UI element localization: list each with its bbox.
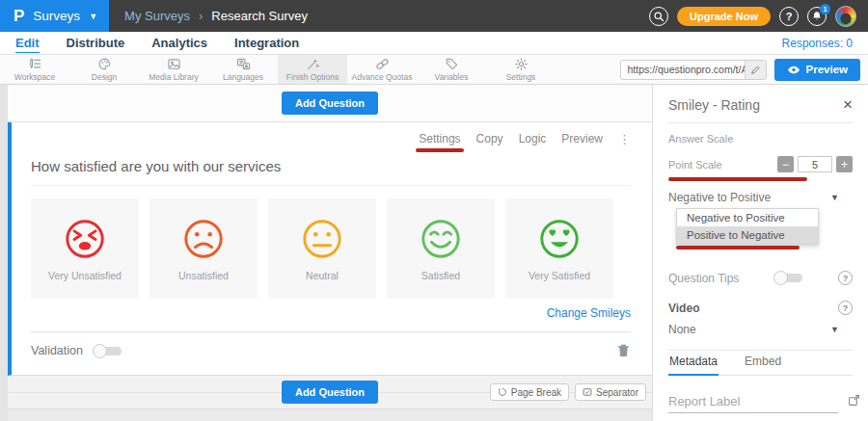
toolbar-item-media-library[interactable]: Media Library [139,55,208,84]
edit-url-button[interactable] [745,61,766,79]
toolbar-item-design[interactable]: Design [69,55,139,84]
toolbar-right: https://questionpro.com/t/A Preview [620,55,868,84]
question-overflow-menu-icon[interactable]: ⋮ [618,133,631,145]
smiley-label: Unsatisfied [178,270,229,281]
survey-url-field[interactable]: https://questionpro.com/t/A [620,60,767,80]
question-settings-panel: Smiley - Rating × Answer Scale Point Sca… [652,85,868,421]
question-tab-settings[interactable]: Settings [419,132,460,145]
topbar-actions: Upgrade Now ? 1 [649,6,868,27]
notifications-button[interactable]: 1 [807,7,827,26]
direction-select[interactable]: Negative to Positive ▼ [668,191,853,204]
workspace-icon [28,57,42,71]
search-button[interactable] [649,7,668,26]
decrement-button[interactable]: − [777,156,794,172]
smiley-option-unsatisfied[interactable]: Unsatisfied [149,198,258,299]
image-icon [167,57,181,71]
point-scale-stepper: − 5 + [777,156,853,172]
satisfied-smiley-icon [419,217,463,261]
toolbar-item-finish-options[interactable]: Finish Options [278,55,347,84]
pencil-icon [750,65,761,75]
left-gutter [0,85,8,421]
neutral-smiley-icon [300,217,344,261]
direction-select-value: Negative to Positive [668,191,830,204]
trash-icon[interactable] [616,343,631,358]
unsatisfied-smiley-icon [181,217,226,261]
questionpro-logo: P [14,7,24,26]
preview-button[interactable]: Preview [774,59,860,81]
smiley-option-satisfied[interactable]: Satisfied [387,198,495,299]
video-help-icon[interactable]: ? [838,301,853,315]
answer-scale-label: Answer Scale [668,133,853,145]
smiley-option-very-unsatisfied[interactable]: Very Unsatisfied [31,198,139,299]
tab-edit[interactable]: Edit [15,34,40,53]
tab-distribute[interactable]: Distribute [67,34,125,52]
toolbar-item-workspace[interactable]: Workspace [0,55,69,84]
question-tabs: Settings Copy Logic Preview ⋮ [31,130,631,147]
question-tab-copy[interactable]: Copy [476,132,503,145]
smiley-option-very-satisfied[interactable]: Very Satisfied [505,198,613,299]
help-button[interactable]: ? [779,7,799,26]
add-question-button-top[interactable]: Add Question [282,92,378,115]
tab-embed[interactable]: Embed [744,351,782,375]
direction-dropdown-list: Negative to Positive Positive to Negativ… [676,208,819,245]
question-tips-help-icon[interactable]: ? [838,271,853,285]
tab-analytics[interactable]: Analytics [151,34,207,52]
red-annotation-positive-to-negative [676,246,800,250]
upgrade-now-button[interactable]: Upgrade Now [677,7,771,26]
dropdown-option-positive-to-negative[interactable]: Positive to Negative [677,226,818,244]
report-label-input[interactable] [668,392,838,413]
tag-icon [445,57,459,71]
video-row: Video ? [668,301,853,315]
divider [668,122,853,123]
question-tips-row: Question Tips ? [668,271,853,285]
page-background [8,409,652,421]
tab-metadata[interactable]: Metadata [668,351,719,376]
responses-count[interactable]: Responses: 0 [782,37,853,50]
top-bar: P Surveys ▼ My Surveys › Research Survey… [0,0,868,32]
palette-icon [97,57,112,71]
toolbar-item-settings[interactable]: Settings [486,55,556,84]
page-break-button[interactable]: Page Break [490,383,569,401]
validation-toggle[interactable] [93,344,122,358]
close-icon[interactable]: × [843,96,853,113]
notification-badge: 1 [820,4,830,14]
question-title-field[interactable]: How satisfied are you with our services [31,158,631,186]
separator-button[interactable]: Separator [575,383,646,401]
search-icon [653,11,665,22]
eye-icon [787,65,800,75]
question-tips-toggle[interactable] [773,271,803,285]
breadcrumb-my-surveys[interactable]: My Surveys [124,9,190,23]
panel-tabs: Metadata Embed [668,351,853,376]
change-smileys-link[interactable]: Change Smileys [31,306,631,322]
smiley-option-neutral[interactable]: Neutral [268,198,376,299]
increment-button[interactable]: + [836,156,853,172]
magic-wand-icon [306,57,320,71]
smiley-label: Very Satisfied [529,270,590,281]
toolbar-item-advance-quotas[interactable]: Advance Quotas [347,55,417,84]
question-tips-label: Question Tips [668,272,739,285]
tab-integration[interactable]: Integration [234,34,299,52]
expand-button[interactable] [848,393,860,413]
very-satisfied-smiley-icon [537,217,582,261]
video-select[interactable]: None ▼ [668,323,853,336]
question-tab-preview[interactable]: Preview [561,132,603,145]
dropdown-option-negative-to-positive[interactable]: Negative to Positive [677,209,818,226]
chevron-down-icon: ▼ [89,12,97,21]
question-tab-logic[interactable]: Logic [519,132,547,145]
toolbar-item-variables[interactable]: Variables [417,55,486,84]
app-menu[interactable]: P Surveys ▼ [0,0,109,32]
breadcrumb-current: Research Survey [211,9,308,23]
video-select-value: None [668,323,830,336]
editor-toolbar: Workspace Design Media Library Languages… [0,55,868,85]
add-question-button-bottom[interactable]: Add Question [282,381,378,404]
gear-icon [514,57,529,71]
panel-title: Smiley - Rating [668,97,843,113]
translate-icon [236,57,251,71]
validation-row: Validation [31,331,631,358]
report-label-row [668,392,853,413]
chevron-down-icon: ▼ [830,325,853,334]
separator-icon [583,387,592,397]
avatar[interactable] [835,6,856,27]
toolbar-item-languages[interactable]: Languages [208,55,278,84]
point-scale-value[interactable]: 5 [798,156,832,172]
